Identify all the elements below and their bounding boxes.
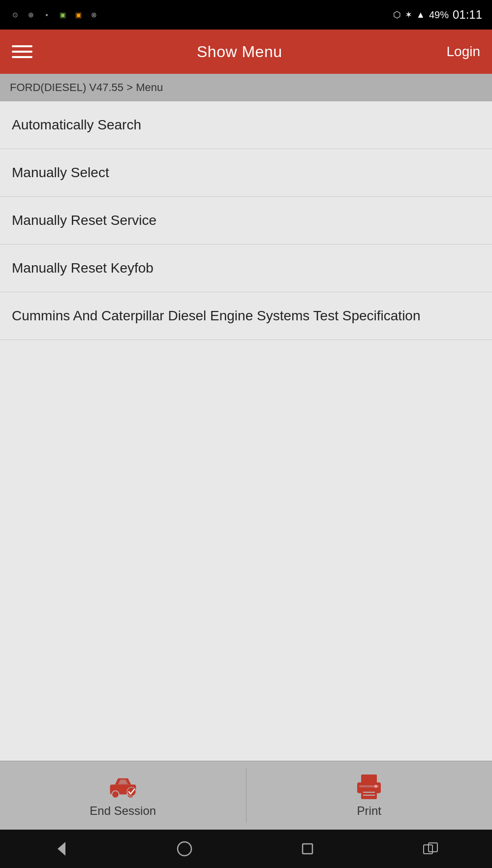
svg-point-10 — [374, 785, 377, 788]
app-header: Show Menu Login — [0, 30, 492, 74]
hamburger-line-1 — [12, 45, 32, 47]
status-icons: ⊙ ⊕ ▪ ▣ ▣ ⊗ — [10, 9, 99, 20]
status-right: ⬡ ✶ ▲ 49% 01:11 — [393, 8, 482, 22]
menu-item-manually-reset-keyfob[interactable]: Manually Reset Keyfob — [0, 245, 492, 292]
wifi-icon: ▲ — [416, 10, 425, 20]
status-icon-3: ▪ — [41, 9, 52, 20]
android-nav-bar — [0, 830, 492, 868]
menu-item-auto-search-label: Automatically Search — [12, 117, 141, 132]
svg-rect-13 — [303, 844, 312, 854]
cast-icon: ⬡ — [393, 9, 401, 20]
end-session-label: End Session — [90, 804, 156, 818]
battery-percent: 49% — [429, 9, 449, 21]
status-icon-5: ▣ — [73, 9, 84, 20]
menu-list: Automatically Search Manually Select Man… — [0, 101, 492, 779]
menu-item-manually-reset-service[interactable]: Manually Reset Service — [0, 197, 492, 245]
svg-point-12 — [178, 842, 191, 856]
status-time: 01:11 — [453, 8, 482, 22]
print-button[interactable]: Print — [246, 774, 492, 818]
nav-overview-button[interactable] — [418, 837, 443, 861]
svg-rect-4 — [361, 775, 377, 783]
hamburger-line-2 — [12, 51, 32, 53]
nav-recent-button[interactable] — [295, 837, 320, 861]
hamburger-button[interactable] — [12, 45, 32, 58]
nav-back-button[interactable] — [49, 837, 74, 861]
status-bar: ⊙ ⊕ ▪ ▣ ▣ ⊗ ⬡ ✶ ▲ 49% 01:11 — [0, 0, 492, 30]
hamburger-line-3 — [12, 56, 32, 58]
svg-marker-11 — [58, 842, 65, 856]
breadcrumb: FORD(DIESEL) V47.55 > Menu — [0, 74, 492, 101]
nav-home-button[interactable] — [172, 837, 197, 861]
status-icon-2: ⊕ — [26, 9, 36, 20]
menu-item-manually-reset-service-label: Manually Reset Service — [12, 213, 156, 228]
status-icon-6: ⊗ — [89, 9, 99, 20]
bottom-toolbar: End Session Print — [0, 761, 492, 830]
login-button[interactable]: Login — [446, 44, 480, 60]
breadcrumb-text: FORD(DIESEL) V47.55 > Menu — [10, 81, 163, 94]
menu-item-auto-search[interactable]: Automatically Search — [0, 101, 492, 149]
svg-rect-6 — [361, 789, 377, 799]
menu-item-cummins-label: Cummins And Caterpillar Diesel Engine Sy… — [12, 308, 421, 323]
header-title: Show Menu — [197, 43, 282, 61]
svg-point-1 — [112, 791, 119, 798]
print-label: Print — [357, 804, 381, 818]
menu-item-manually-select[interactable]: Manually Select — [0, 149, 492, 197]
end-session-button[interactable]: End Session — [0, 774, 246, 818]
menu-item-manually-select-label: Manually Select — [12, 165, 109, 180]
menu-item-cummins[interactable]: Cummins And Caterpillar Diesel Engine Sy… — [0, 292, 492, 340]
end-session-icon — [108, 774, 138, 800]
bluetooth-icon: ✶ — [405, 9, 412, 20]
menu-item-manually-reset-keyfob-label: Manually Reset Keyfob — [12, 260, 154, 276]
status-icon-1: ⊙ — [10, 9, 21, 20]
print-icon — [354, 774, 384, 800]
status-icon-4: ▣ — [57, 9, 68, 20]
